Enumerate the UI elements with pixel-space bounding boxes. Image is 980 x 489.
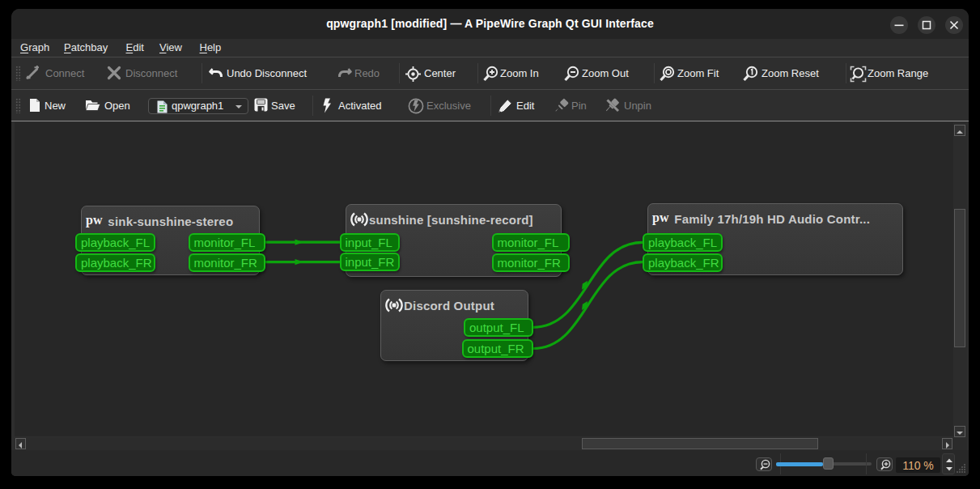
svg-text:pw: pw (86, 213, 103, 227)
svg-text:pw: pw (652, 210, 669, 225)
